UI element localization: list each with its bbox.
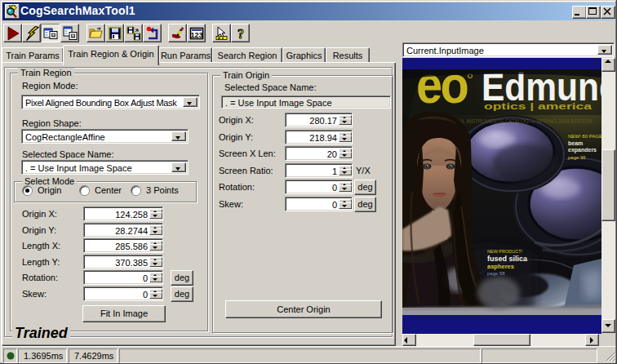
svg-text:?: ? [237,27,244,41]
svg-text:NEW PRODUCT!: NEW PRODUCT! [487,249,523,254]
svg-text:beam: beam [568,140,583,146]
svg-text:optics | america: optics | america [484,101,593,111]
svg-text:fused silica: fused silica [487,255,528,263]
svg-text:page 96: page 96 [568,155,586,160]
svg-text:NEW! 80 PAGES: NEW! 80 PAGES [568,134,601,139]
svg-text:123: 123 [190,31,202,39]
svg-text:aspheres: aspheres [487,263,514,270]
svg-text:expanders: expanders [568,147,597,153]
svg-text:page 58: page 58 [487,271,505,276]
